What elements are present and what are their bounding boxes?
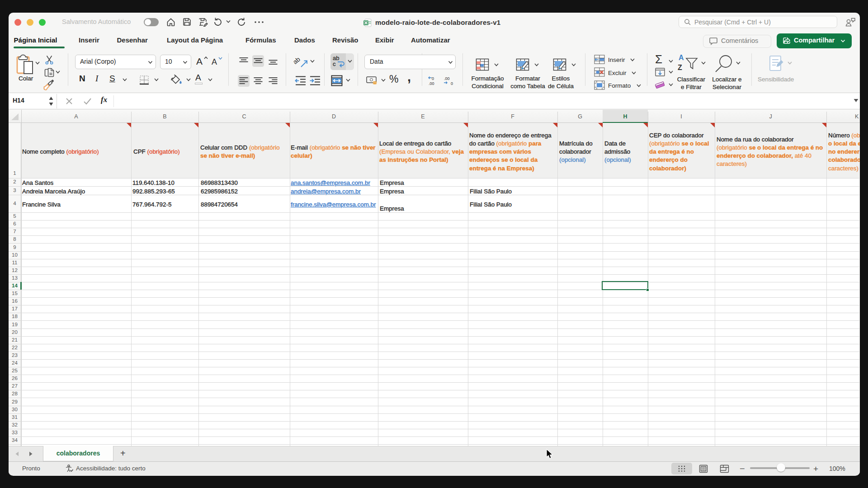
svg-text:.00: .00 (444, 76, 450, 81)
svg-text:.00: .00 (429, 81, 434, 86)
svg-text:0: 0 (432, 76, 434, 81)
svg-text:0: 0 (451, 81, 453, 86)
